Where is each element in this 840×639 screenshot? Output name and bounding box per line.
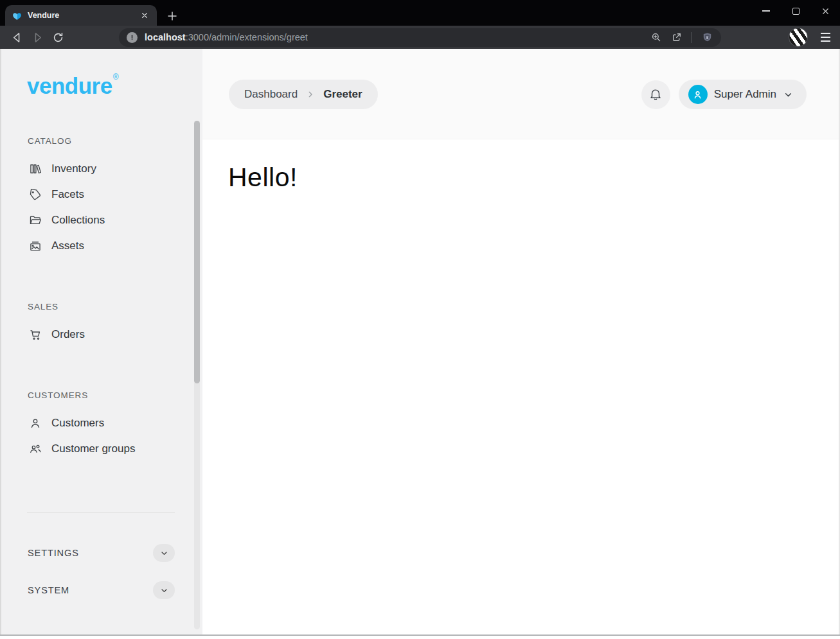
zoom-icon[interactable] <box>650 31 662 43</box>
page-content: Hello! <box>202 139 839 193</box>
sidebar-item-customer-groups[interactable]: Customer groups <box>1 436 202 462</box>
vendure-logo[interactable]: vendure® <box>27 73 202 99</box>
browser-profile-avatar[interactable] <box>789 28 808 47</box>
tab-close-icon[interactable] <box>139 10 150 21</box>
user-avatar <box>688 85 708 104</box>
url-path: :3000/admin/extensions/greet <box>186 32 308 42</box>
toolbar-separator <box>692 32 692 43</box>
sidebar-item-collections[interactable]: Collections <box>1 207 202 233</box>
folder-icon <box>29 214 42 227</box>
sidebar-scrollbar-thumb[interactable] <box>194 121 200 383</box>
page-area: vendure® CATALOG Inventory Facets <box>0 49 840 635</box>
back-button[interactable] <box>6 28 27 47</box>
brave-shield-icon[interactable] <box>701 31 713 44</box>
window-bottom-gap <box>0 636 840 639</box>
sidebar-item-customers[interactable]: Customers <box>1 410 202 436</box>
window-controls <box>751 0 840 22</box>
address-bar-actions <box>641 31 713 44</box>
tab-title: Vendure <box>28 11 139 20</box>
tab-strip: Vendure <box>0 0 840 26</box>
minimize-button[interactable] <box>751 0 781 22</box>
sidebar-item-orders[interactable]: Orders <box>1 322 202 347</box>
browser-toolbar: localhost:3000/admin/extensions/greet <box>0 26 840 49</box>
sidebar-item-label: Customer groups <box>51 442 135 455</box>
registered-mark: ® <box>113 73 118 82</box>
new-tab-button[interactable] <box>165 8 180 24</box>
sidebar-item-facets[interactable]: Facets <box>1 182 202 207</box>
logo-text: vendure <box>27 73 112 98</box>
forward-button[interactable] <box>27 28 48 47</box>
sidebar-item-inventory[interactable]: Inventory <box>1 156 202 182</box>
sidebar-item-label: Inventory <box>51 162 96 175</box>
sidebar-section-settings[interactable]: SETTINGS <box>1 539 202 567</box>
address-bar[interactable]: localhost:3000/admin/extensions/greet <box>119 28 721 47</box>
section-label-settings: SETTINGS <box>28 548 79 558</box>
sidebar-item-label: Collections <box>51 214 105 227</box>
sidebar-divider <box>27 512 175 513</box>
nav-section-catalog: CATALOG Inventory Facets <box>1 136 202 259</box>
user-icon <box>29 417 42 430</box>
browser-menu-icon[interactable] <box>817 29 834 46</box>
sidebar-item-assets[interactable]: Assets <box>1 233 202 259</box>
sidebar-item-label: Customers <box>51 417 104 430</box>
breadcrumb-greeter: Greeter <box>323 88 362 101</box>
close-button[interactable] <box>810 0 840 22</box>
breadcrumb: Dashboard Greeter <box>229 80 378 109</box>
bell-icon <box>648 87 663 101</box>
user-menu[interactable]: Super Admin <box>679 80 807 109</box>
share-icon[interactable] <box>671 31 683 43</box>
main-header: Dashboard Greeter <box>202 49 839 139</box>
nav-section-customers: CUSTOMERS Customers Customer groups <box>1 390 202 462</box>
library-icon <box>29 162 42 175</box>
chevron-down-icon <box>783 89 794 100</box>
sidebar-item-label: Orders <box>51 328 85 341</box>
section-label-sales: SALES <box>28 302 202 311</box>
notifications-button[interactable] <box>641 80 670 109</box>
users-icon <box>29 442 42 455</box>
browser-tab[interactable]: Vendure <box>5 5 157 26</box>
site-info-icon[interactable] <box>127 32 138 43</box>
cart-icon <box>29 328 42 341</box>
sidebar: vendure® CATALOG Inventory Facets <box>1 49 202 635</box>
sidebar-item-label: Facets <box>51 188 84 201</box>
url-host: localhost <box>145 32 186 42</box>
reload-button[interactable] <box>48 28 68 47</box>
section-label-catalog: CATALOG <box>28 136 202 146</box>
vendure-favicon-icon <box>12 10 22 21</box>
image-icon <box>29 240 42 252</box>
greeting-heading: Hello! <box>228 162 839 193</box>
browser-window: Vendure loca <box>0 0 840 639</box>
system-expand-button[interactable] <box>153 581 175 599</box>
user-name: Super Admin <box>714 88 776 101</box>
nav-section-sales: SALES Orders <box>1 302 202 347</box>
main-area: Dashboard Greeter <box>202 49 839 635</box>
tag-icon <box>29 188 42 201</box>
sidebar-item-label: Assets <box>51 240 84 252</box>
sidebar-section-system[interactable]: SYSTEM <box>1 576 202 604</box>
url-text: localhost:3000/admin/extensions/greet <box>145 32 308 42</box>
section-label-system: SYSTEM <box>28 585 69 595</box>
section-label-customers: CUSTOMERS <box>28 390 202 400</box>
header-actions: Super Admin <box>641 80 807 109</box>
settings-expand-button[interactable] <box>153 544 175 562</box>
breadcrumb-dashboard[interactable]: Dashboard <box>244 88 298 101</box>
maximize-button[interactable] <box>781 0 810 22</box>
chevron-right-icon <box>305 89 316 100</box>
